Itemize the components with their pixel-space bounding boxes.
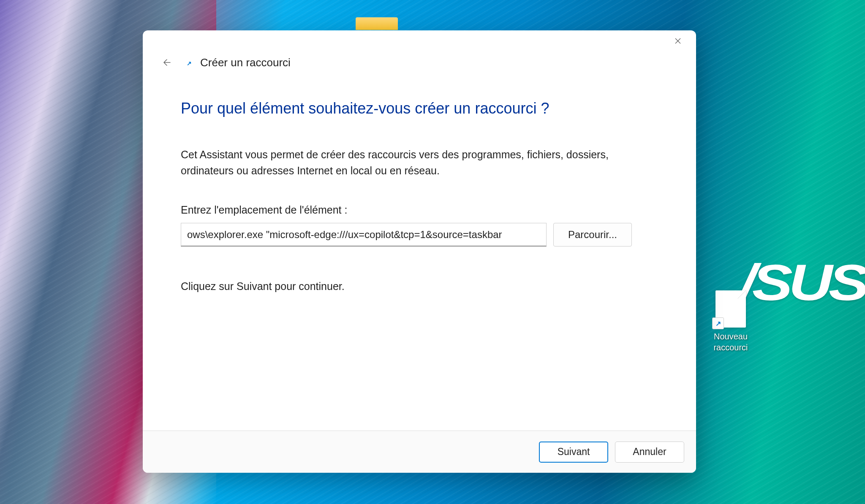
shortcut-arrow-icon: ↗ [712,317,724,329]
cancel-button[interactable]: Annuler [615,442,684,463]
dialog-content: Pour quel élément souhaitez-vous créer u… [143,79,696,431]
close-icon [675,38,681,44]
desktop-icon-label: Nouveau raccourci [705,331,756,353]
dialog-titlebar [143,30,696,51]
description-text: Cet Assistant vous permet de créer des r… [181,147,616,179]
back-arrow-icon [162,57,172,68]
brand-logo: /SUS [739,253,865,312]
dialog-footer: Suivant Annuler [143,431,696,473]
dialog-title: Créer un raccourci [200,56,291,69]
back-button[interactable] [160,55,175,70]
next-button[interactable]: Suivant [539,442,608,463]
desktop-shortcut-icon[interactable]: ↗ Nouveau raccourci [705,290,756,353]
location-input-label: Entrez l'emplacement de l'élément : [181,204,658,216]
create-shortcut-dialog: ↗ Créer un raccourci Pour quel élément s… [143,30,696,473]
main-heading: Pour quel élément souhaitez-vous créer u… [181,100,658,117]
continue-hint: Cliquez sur Suivant pour continuer. [181,280,658,293]
shortcut-arrow-icon: ↗ [187,60,192,67]
input-row: Parcourir... [181,223,658,247]
close-button[interactable] [668,34,688,48]
dialog-header: ↗ Créer un raccourci [143,51,696,79]
browse-button[interactable]: Parcourir... [553,223,632,247]
shortcut-icon: ↗ [183,58,192,67]
location-input[interactable] [181,223,547,247]
file-icon: ↗ [715,290,746,328]
folder-icon-peek [356,17,398,30]
